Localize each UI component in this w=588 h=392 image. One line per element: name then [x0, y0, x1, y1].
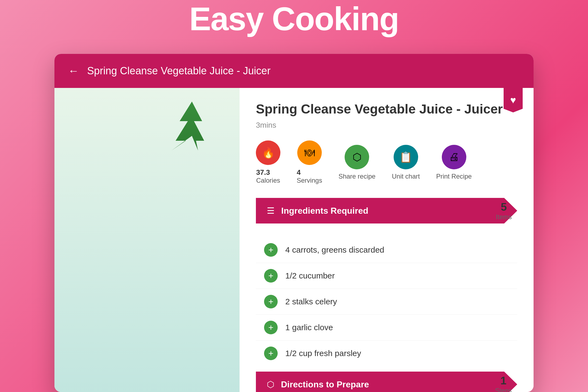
title-bar: ← Spring Cleanse Vegetable Juice - Juice…	[54, 54, 534, 88]
title-bar-text: Spring Cleanse Vegetable Juice - Juicer	[87, 65, 271, 77]
directions-header: ⬡ Directions to Prepare	[256, 372, 517, 392]
add-ingredient-0-button[interactable]: +	[264, 243, 278, 257]
action-icons-row: 🔥 37.3 Calories 🍽 4 Servings ⬡ Share r	[256, 140, 517, 184]
calories-icon-item[interactable]: 🔥 37.3 Calories	[256, 140, 280, 184]
servings-sublabel: 4 Servings	[297, 168, 322, 184]
ingredients-section: ☰ Ingredients Required 5 Items	[256, 198, 517, 223]
ingredients-title: Ingredients Required	[281, 206, 368, 216]
add-ingredient-1-button[interactable]: +	[264, 269, 278, 283]
list-item: + 2 stalks celery	[256, 289, 517, 315]
recipe-time: 3mins	[256, 121, 517, 130]
ingredients-count: 5 Items	[496, 201, 512, 221]
ingredient-2-text: 2 stalks celery	[285, 297, 337, 306]
servings-icon: 🍽	[297, 140, 322, 165]
print-label: Print Recipe	[436, 173, 472, 180]
servings-label: Servings	[297, 177, 322, 184]
share-icon-item[interactable]: ⬡ Share recipe	[338, 145, 375, 180]
directions-icon: ⬡	[267, 379, 274, 390]
calories-sublabel: 37.3 Calories	[256, 168, 280, 184]
ingredient-0-text: 4 carrots, greens discarded	[285, 245, 384, 255]
back-button[interactable]: ←	[68, 65, 79, 77]
list-item: + 1 garlic clove	[256, 315, 517, 341]
ingredients-header: ☰ Ingredients Required	[256, 198, 517, 223]
ingredient-1-text: 1/2 cucumber	[285, 271, 335, 280]
ingredients-icon: ☰	[267, 206, 275, 216]
carrot-greens	[171, 102, 212, 151]
add-ingredient-2-button[interactable]: +	[264, 295, 278, 308]
unit-chart-icon: 📋	[394, 145, 418, 169]
directions-count: 1 Steps	[495, 375, 512, 392]
unit-chart-label: Unit chart	[392, 173, 420, 180]
directions-section: ⬡ Directions to Prepare 1 Steps	[256, 372, 517, 392]
calories-icon: 🔥	[256, 140, 280, 165]
ingredient-4-text: 1/2 cup fresh parsley	[285, 349, 361, 358]
print-icon-item[interactable]: 🖨 Print Recipe	[436, 145, 472, 180]
add-ingredient-4-button[interactable]: +	[264, 347, 278, 360]
bookmark-button[interactable]: ♥	[504, 88, 523, 112]
recipe-image	[54, 88, 240, 392]
ingredient-3-text: 1 garlic clove	[285, 323, 333, 332]
share-icon: ⬡	[345, 145, 369, 169]
calories-label: Calories	[256, 177, 280, 184]
recipe-title: Spring Cleanse Vegetable Juice - Juicer	[256, 102, 517, 117]
list-item: + 4 carrots, greens discarded	[256, 237, 517, 263]
add-ingredient-3-button[interactable]: +	[264, 321, 278, 334]
print-icon: 🖨	[442, 145, 466, 169]
list-item: + 1/2 cucumber	[256, 263, 517, 289]
list-item: + 1/2 cup fresh parsley	[256, 341, 517, 366]
ingredients-list: + 4 carrots, greens discarded + 1/2 cucu…	[256, 232, 517, 372]
app-title: Easy Cooking	[189, 0, 399, 38]
recipe-details: ♥ Spring Cleanse Vegetable Juice - Juice…	[240, 88, 534, 392]
unit-chart-icon-item[interactable]: 📋 Unit chart	[392, 145, 420, 180]
directions-title: Directions to Prepare	[281, 379, 369, 390]
share-label: Share recipe	[338, 173, 375, 180]
main-content: ♥ Spring Cleanse Vegetable Juice - Juice…	[54, 88, 534, 392]
servings-icon-item[interactable]: 🍽 4 Servings	[297, 140, 322, 184]
app-window: ← Spring Cleanse Vegetable Juice - Juice…	[54, 54, 534, 392]
juice-scene	[54, 88, 240, 392]
